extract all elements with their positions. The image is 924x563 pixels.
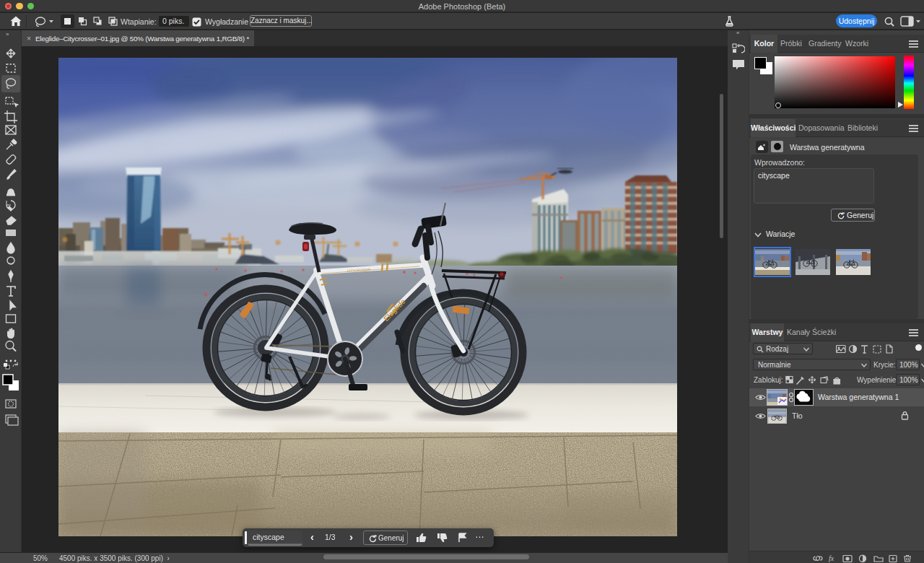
svg-text:»: »: [6, 31, 9, 38]
svg-text:fx: fx: [829, 554, 834, 562]
